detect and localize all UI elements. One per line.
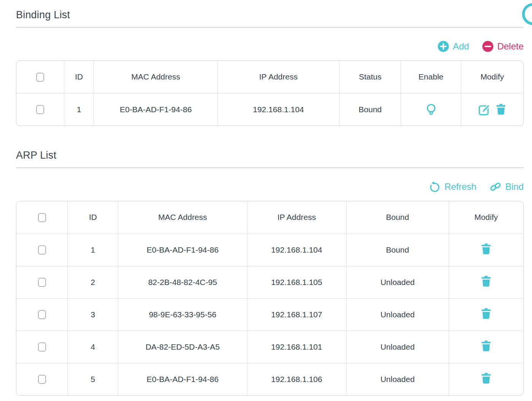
col-header-status: Status [339,61,401,93]
add-button[interactable]: Add [438,41,469,52]
col-header-enable: Enable [401,61,461,93]
arp-select-all-cell [16,201,68,234]
cell-ip: 192.168.1.104 [247,234,346,266]
arp-table-row: 1 E0-BA-AD-F1-94-86 192.168.1.104 Bound [16,234,523,266]
cell-id: 1 [64,93,94,126]
row-checkbox[interactable] [38,342,46,352]
enable-bulb-icon[interactable] [403,103,458,115]
trash-icon[interactable] [481,280,491,288]
row-checkbox[interactable] [38,310,46,319]
col-header-id: ID [64,61,94,93]
binding-table-row: 1 E0-BA-AD-F1-94-86 192.168.1.104 Bound [16,93,523,126]
cell-mac: 98-9E-63-33-95-56 [118,298,247,331]
cell-bound: Unloaded [346,331,449,363]
delete-button[interactable]: Delete [482,41,524,52]
col-header-id: ID [68,201,118,234]
bind-button[interactable]: Bind [489,181,524,193]
cell-bound: Unloaded [346,363,449,395]
binding-list-title: Binding List [16,9,524,21]
col-header-modify: Modify [449,201,523,234]
col-header-bound: Bound [346,201,449,234]
cell-id: 5 [68,363,118,395]
arp-list-toolbar: Refresh Bind [16,180,524,193]
cell-bound: Bound [346,234,449,266]
delete-button-label: Delete [497,41,524,52]
arp-list-table: ID MAC Address IP Address Bound Modify 1… [16,201,524,396]
binding-select-all-checkbox[interactable] [36,73,44,82]
bind-link-icon [489,181,502,193]
cell-ip: 192.168.1.104 [218,93,339,126]
arp-table-row: 4 DA-82-ED-5D-A3-A5 192.168.1.101 Unload… [16,331,523,363]
binding-select-all-cell [16,61,64,93]
trash-icon[interactable] [496,104,506,115]
help-icon[interactable] [522,3,532,25]
col-header-ip: IP Address [247,201,346,234]
binding-header-row: ID MAC Address IP Address Status Enable … [16,61,523,93]
delete-icon [482,41,494,52]
trash-icon[interactable] [481,377,491,385]
trash-icon[interactable] [481,247,491,256]
cell-id: 2 [68,266,118,298]
arp-header-row: ID MAC Address IP Address Bound Modify [16,201,523,234]
add-button-label: Add [453,41,469,52]
col-header-modify: Modify [461,61,523,93]
arp-list-title: ARP List [16,150,524,161]
cell-mac: E0-BA-AD-F1-94-86 [94,93,218,126]
section-divider [16,27,524,28]
trash-icon[interactable] [481,344,491,353]
dhcp-binding-page: Binding List Add Delete [0,0,532,401]
binding-list-table: ID MAC Address IP Address Status Enable … [16,60,524,126]
row-checkbox[interactable] [36,105,44,114]
cell-mac: E0-BA-AD-F1-94-86 [118,234,247,266]
cell-mac: 82-2B-48-82-4C-95 [118,266,247,298]
trash-icon[interactable] [481,312,491,321]
section-divider [16,167,524,168]
cell-status: Bound [339,93,401,126]
cell-mac: DA-82-ED-5D-A3-A5 [118,331,247,363]
row-checkbox[interactable] [38,245,46,255]
cell-ip: 192.168.1.106 [247,363,346,395]
cell-bound: Unloaded [346,266,449,298]
add-icon [438,41,449,52]
cell-mac: E0-BA-AD-F1-94-86 [118,363,247,395]
col-header-ip: IP Address [218,61,339,93]
cell-ip: 192.168.1.101 [247,331,346,363]
cell-id: 4 [68,331,118,363]
edit-icon[interactable] [478,103,490,115]
col-header-mac: MAC Address [118,201,247,234]
col-header-mac: MAC Address [94,61,218,93]
arp-table-row: 2 82-2B-48-82-4C-95 192.168.1.105 Unload… [16,266,523,298]
refresh-button[interactable]: Refresh [429,181,476,193]
bind-button-label: Bind [505,181,524,192]
refresh-icon [429,181,441,193]
cell-bound: Unloaded [346,298,449,331]
cell-id: 3 [68,298,118,331]
arp-table-row: 5 E0-BA-AD-F1-94-86 192.168.1.106 Unload… [16,363,523,395]
cell-id: 1 [68,234,118,266]
binding-list-toolbar: Add Delete [16,40,524,53]
arp-select-all-checkbox[interactable] [38,213,46,222]
arp-table-row: 3 98-9E-63-33-95-56 192.168.1.107 Unload… [16,298,523,331]
refresh-button-label: Refresh [444,181,476,192]
cell-ip: 192.168.1.105 [247,266,346,298]
row-checkbox[interactable] [38,278,46,287]
cell-ip: 192.168.1.107 [247,298,346,331]
row-checkbox[interactable] [38,375,46,384]
